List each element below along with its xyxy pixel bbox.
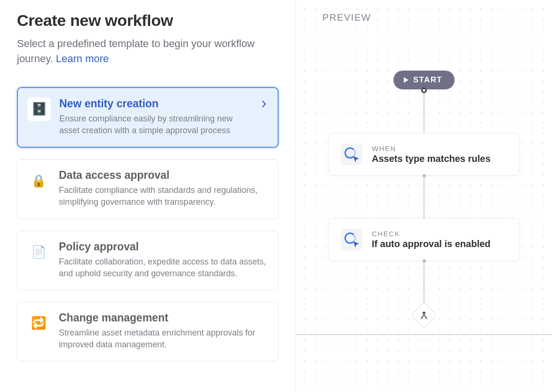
page-subtitle: Select a predefined template to begin yo…	[17, 36, 279, 66]
branch-connector-line	[296, 334, 552, 335]
flow-node-check[interactable]: CHECK If auto approval is enabled	[328, 218, 520, 261]
node-title: If auto approval is enabled	[372, 239, 490, 249]
decision-node[interactable]	[411, 302, 437, 328]
template-selector-panel: Create new workflow Select a predefined …	[0, 0, 296, 392]
preview-heading: PREVIEW	[322, 12, 371, 23]
page-title: Create new workflow	[17, 11, 279, 30]
split-icon	[411, 302, 437, 328]
template-card-title: Data access approval	[59, 169, 267, 182]
template-list: 🗄️ New entity creation Ensure compliance…	[17, 87, 279, 362]
document-icon: 📄	[27, 240, 50, 264]
connector-line	[424, 177, 424, 218]
template-card-title: Change management	[59, 312, 267, 324]
node-eyebrow: CHECK	[372, 230, 490, 238]
template-card-title: Policy approval	[59, 240, 267, 253]
sync-icon: 🔁	[27, 312, 50, 335]
file-cabinet-icon: 🗄️	[27, 97, 51, 121]
node-connector-dot	[423, 259, 426, 263]
template-card-change-management[interactable]: 🔁 Change management Streamline asset met…	[17, 302, 279, 361]
node-connector-dot	[421, 88, 427, 93]
subtitle-text: Select a predefined template to begin yo…	[17, 38, 255, 64]
template-card-title: New entity creation	[59, 97, 253, 110]
connector-line	[424, 93, 424, 133]
preview-panel: PREVIEW START WHEN Assets type matches r…	[296, 0, 552, 392]
connector-line	[424, 263, 424, 303]
workflow-flow: START WHEN Assets type matches rules CHE…	[296, 71, 552, 328]
template-card-data-access-approval[interactable]: 🔒 Data access approval Facilitate compli…	[17, 159, 279, 219]
start-node[interactable]: START	[393, 71, 455, 89]
learn-more-link[interactable]: Learn more	[56, 53, 109, 64]
trigger-icon	[341, 229, 362, 250]
node-eyebrow: WHEN	[372, 144, 490, 152]
template-card-new-entity-creation[interactable]: 🗄️ New entity creation Ensure compliance…	[17, 87, 279, 148]
flow-node-when[interactable]: WHEN Assets type matches rules	[328, 133, 520, 176]
start-label: START	[413, 75, 442, 85]
chevron-right-icon	[262, 100, 266, 110]
trigger-icon	[341, 144, 362, 165]
node-connector-dot	[423, 174, 426, 177]
template-card-desc: Streamline asset metadata enrichment app…	[59, 327, 267, 351]
template-card-desc: Facilitate collaboration, expedite acces…	[59, 256, 267, 280]
lock-icon: 🔒	[27, 169, 50, 192]
template-card-desc: Facilitate compliance with standards and…	[59, 184, 267, 208]
template-card-policy-approval[interactable]: 📄 Policy approval Facilitate collaborati…	[17, 231, 279, 290]
template-card-desc: Ensure compliance easily by streamlining…	[59, 113, 253, 136]
node-title: Assets type matches rules	[372, 153, 490, 164]
play-icon	[404, 77, 408, 83]
